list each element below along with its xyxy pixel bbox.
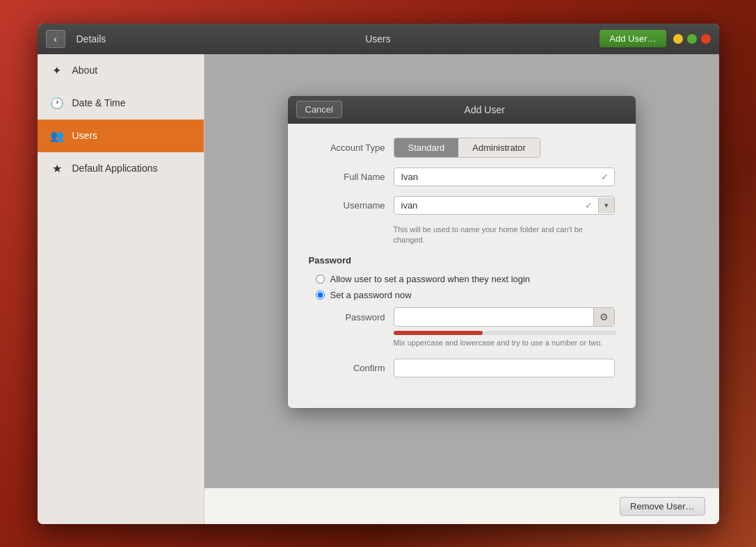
- cancel-button[interactable]: Cancel: [296, 101, 342, 118]
- password-field[interactable]: [394, 309, 593, 326]
- account-type-administrator[interactable]: Administrator: [458, 138, 540, 157]
- set-password-now-row: Set a password now: [309, 290, 615, 300]
- window-section-title: Details: [77, 33, 600, 44]
- set-now-label[interactable]: Set a password now: [330, 290, 412, 300]
- back-button[interactable]: ‹: [46, 30, 65, 48]
- full-name-check-icon: ✓: [595, 172, 614, 182]
- sidebar-item-default-apps-label: Default Applications: [72, 163, 158, 174]
- add-user-dialog: Cancel Add User Account Type Standard Ad…: [288, 96, 636, 408]
- password-strength-hint: Mix uppercase and lowercase and try to u…: [394, 338, 615, 348]
- modal-overlay: Cancel Add User Account Type Standard Ad…: [204, 54, 719, 488]
- account-type-label: Account Type: [309, 142, 385, 153]
- gear-icon[interactable]: ⚙: [593, 308, 614, 326]
- full-name-input-wrap: ✓: [394, 168, 615, 186]
- password-input-wrap: ⚙: [394, 307, 615, 327]
- main-footer: Remove User…: [204, 488, 719, 524]
- sidebar-item-about[interactable]: ✦ About: [38, 54, 204, 87]
- about-icon: ✦: [50, 64, 64, 77]
- window-controls: [673, 34, 711, 44]
- main-inner: Cancel Add User Account Type Standard Ad…: [204, 54, 719, 488]
- username-field[interactable]: [394, 197, 579, 214]
- allow-set-password-row: Allow user to set a password when they n…: [309, 274, 615, 284]
- password-label: Password: [309, 312, 385, 323]
- full-name-label: Full Name: [309, 172, 385, 182]
- confirm-field[interactable]: [394, 359, 615, 377]
- password-strength-fill: [394, 331, 483, 335]
- confirm-row: Confirm: [309, 359, 615, 377]
- confirm-label: Confirm: [309, 363, 385, 373]
- default-apps-icon: ★: [50, 162, 64, 175]
- close-button[interactable]: [701, 34, 711, 44]
- sidebar-item-about-label: About: [72, 65, 98, 76]
- add-user-button[interactable]: Add User…: [600, 30, 666, 47]
- users-icon: 👥: [50, 129, 64, 142]
- password-input-row: Password ⚙: [309, 307, 615, 327]
- full-name-row: Full Name ✓: [309, 168, 615, 186]
- account-type-row: Account Type Standard Administrator: [309, 138, 615, 158]
- full-name-field[interactable]: [394, 168, 595, 186]
- modal-title: Add User: [342, 104, 627, 115]
- titlebar: ‹ Details Users Add User…: [38, 24, 719, 54]
- modal-body: Account Type Standard Administrator Full…: [288, 124, 636, 408]
- remove-user-button[interactable]: Remove User…: [620, 497, 705, 516]
- username-dropdown-button[interactable]: ▾: [598, 197, 614, 213]
- username-check-icon: ✓: [579, 200, 598, 211]
- sidebar: ✦ About 🕐 Date & Time 👥 Users ★ Default …: [38, 54, 204, 524]
- sidebar-item-default-apps[interactable]: ★ Default Applications: [38, 152, 204, 185]
- username-row: Username ✓ ▾: [309, 196, 615, 215]
- allow-set-radio[interactable]: [316, 275, 325, 284]
- window-title: Users: [365, 33, 391, 44]
- account-type-standard[interactable]: Standard: [394, 138, 459, 157]
- password-strength-bar: [394, 331, 616, 335]
- main-content: Cancel Add User Account Type Standard Ad…: [204, 54, 719, 524]
- minimize-button[interactable]: [673, 34, 683, 44]
- password-section-title: Password: [309, 255, 615, 266]
- allow-set-label[interactable]: Allow user to set a password when they n…: [330, 274, 531, 284]
- sidebar-item-datetime-label: Date & Time: [72, 97, 126, 108]
- password-strength-bar-wrap: [394, 331, 615, 335]
- datetime-icon: 🕐: [50, 97, 64, 110]
- sidebar-item-users[interactable]: 👥 Users: [38, 120, 204, 152]
- sidebar-item-users-label: Users: [72, 130, 98, 141]
- window-body: ✦ About 🕐 Date & Time 👥 Users ★ Default …: [38, 54, 719, 524]
- username-label: Username: [309, 200, 385, 211]
- set-now-radio[interactable]: [316, 291, 325, 300]
- account-type-selector: Standard Administrator: [394, 138, 540, 158]
- username-hint: This will be used to name your home fold…: [394, 224, 615, 246]
- modal-header: Cancel Add User: [288, 96, 636, 124]
- sidebar-item-datetime[interactable]: 🕐 Date & Time: [38, 87, 204, 120]
- username-input-wrap: ✓ ▾: [394, 196, 615, 215]
- main-window: ‹ Details Users Add User… ✦ About 🕐 Date…: [38, 24, 719, 524]
- maximize-button[interactable]: [687, 34, 697, 44]
